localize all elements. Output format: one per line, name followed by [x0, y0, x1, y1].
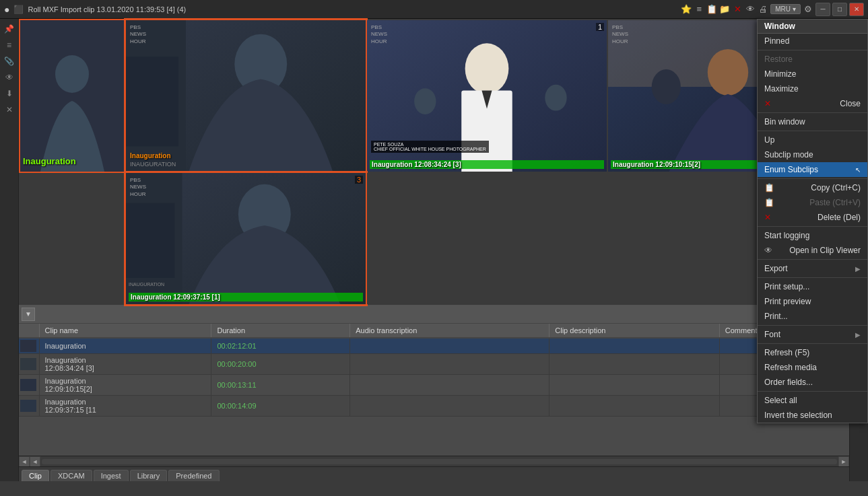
maximize-button[interactable]: □ [832, 3, 847, 16]
cm-open-clip-viewer[interactable]: 👁 Open in Clip Viewer [758, 243, 867, 258]
cm-binwindow[interactable]: Bin window [758, 114, 867, 129]
print-icon[interactable]: 🖨 [758, 4, 768, 15]
cm-sep-5 [758, 226, 867, 227]
table-row[interactable]: Inauguration 00:02:12:01 [19, 338, 849, 354]
cm-start-logging[interactable]: Start logging [758, 228, 867, 243]
cm-copy-icon: 📋 [764, 183, 774, 192]
scroll-right-button[interactable]: ► [838, 456, 849, 467]
cm-up-label: Up [764, 135, 774, 145]
cm-select-all[interactable]: Select all [758, 393, 867, 408]
tab-library[interactable]: Library [130, 470, 168, 481]
table-row[interactable]: Inauguration12:09:10:15[2] 00:00:13:11 [19, 375, 849, 396]
td-desc [549, 375, 720, 396]
table-dropdown-button[interactable]: ▼ [22, 308, 35, 321]
video-thumb-small[interactable]: Inauguration [20, 20, 125, 172]
star-icon[interactable]: ⭐ [681, 4, 692, 15]
tab-xdcam[interactable]: XDCAM [51, 470, 92, 481]
th-thumb [19, 324, 39, 338]
sidebar-menu-icon[interactable]: ≡ [2, 38, 17, 52]
td-duration: 00:00:13:11 [211, 375, 350, 396]
cm-print-setup-label: Print setup... [764, 282, 809, 291]
svg-point-9 [465, 43, 509, 94]
video-cell-main[interactable]: PBSNEWSHOUR INAUGURATION Inauguration [126, 20, 366, 172]
cm-sep-4 [758, 178, 867, 179]
scroll-right-prev-button[interactable]: ◄ [30, 456, 40, 467]
cm-subclip-mode[interactable]: Subclip mode [758, 147, 867, 162]
close-button[interactable]: ✕ [849, 3, 864, 16]
scroll-track[interactable] [42, 459, 837, 464]
video-cell-bottom[interactable]: 3 PBSNEWSHOUR INAUGURATION Inauguration … [126, 173, 366, 304]
sidebar-down-icon[interactable]: ⬇ [2, 86, 17, 101]
video-cell-3[interactable]: 1 PBSNEWSHOUR PETE SOUZACHIEF OFFICIAL W… [367, 20, 607, 172]
table-area: Clip name Duration Audio transcription C… [19, 324, 849, 456]
tab-clip[interactable]: Clip [22, 470, 49, 481]
td-duration: 00:02:12:01 [211, 338, 350, 354]
table-row[interactable]: Inauguration12:08:34:24 [3] 00:00:20:00 [19, 354, 849, 375]
cm-invert-selection[interactable]: Invert the selection [758, 408, 867, 423]
tab-predefined[interactable]: Predefined [168, 470, 219, 481]
td-desc [549, 396, 720, 417]
folder-icon[interactable]: 📁 [719, 4, 730, 15]
cm-print-preview[interactable]: Print preview [758, 294, 867, 309]
cursor-icon: ↖ [855, 166, 861, 174]
cm-sep-1 [758, 50, 867, 50]
minimize-button[interactable]: ─ [815, 3, 830, 16]
cm-print-preview-label: Print preview [764, 297, 811, 306]
inauguration-sub-bottom: INAUGURATION [129, 282, 164, 287]
video-frame-main [126, 20, 366, 172]
cm-copy-label: Copy (Ctrl+C) [811, 183, 861, 192]
delete-icon[interactable]: ✕ [732, 4, 743, 15]
app-icon: ● [4, 4, 9, 15]
cm-delete[interactable]: ✕ Delete (Del) [758, 210, 867, 225]
cm-refresh-media[interactable]: Refresh media [758, 360, 867, 375]
clipboard-icon[interactable]: 📋 [706, 4, 717, 15]
inauguration-sub-main: INAUGURATION [130, 161, 176, 168]
cm-print[interactable]: Print... [758, 309, 867, 324]
td-clipname: Inauguration [39, 338, 211, 354]
cm-invert-selection-label: Invert the selection [764, 411, 832, 420]
td-desc [549, 338, 720, 354]
menu-icon[interactable]: ≡ [694, 4, 704, 15]
sidebar-eye-icon[interactable]: 👁 [2, 70, 17, 85]
cm-close[interactable]: ✕ Close [758, 96, 867, 111]
scroll-left-button[interactable]: ◄ [19, 456, 30, 467]
eye-icon[interactable]: 👁 [745, 4, 756, 15]
cm-export[interactable]: Export ▶ [758, 261, 867, 276]
pete-souza-name: PETE SOUZACHIEF OFFICIAL WHITE HOUSE PHO… [371, 141, 489, 153]
table-row[interactable]: Inauguration12:09:37:15 [11 00:00:14:09 [19, 396, 849, 417]
svg-point-12 [545, 85, 566, 111]
mru-button[interactable]: MRU ▾ [770, 4, 801, 14]
td-audio [350, 396, 549, 417]
svg-point-16 [708, 49, 748, 96]
left-sidebar: 📌 ≡ 📎 👁 ⬇ ✕ [0, 19, 19, 481]
video-num-bottom: 3 [355, 176, 363, 184]
context-menu: Window Pinned Restore Minimize Maximize … [757, 19, 868, 423]
cm-pinned[interactable]: Pinned [758, 34, 867, 48]
cm-minimize[interactable]: Minimize [758, 67, 867, 81]
cm-refresh-f5[interactable]: Refresh (F5) [758, 345, 867, 360]
sidebar-close-icon[interactable]: ✕ [2, 102, 17, 117]
cm-font[interactable]: Font ▶ [758, 327, 867, 342]
td-thumb [19, 396, 39, 417]
cm-pinned-label: Pinned [764, 36, 789, 46]
settings-icon[interactable]: ⚙ [803, 4, 813, 15]
cm-enum-subclips[interactable]: Enum Subclips ↖ [758, 162, 867, 177]
video-cell-empty-1 [367, 173, 607, 304]
cm-font-arrow: ▶ [855, 331, 861, 339]
tab-ingest[interactable]: Ingest [94, 470, 129, 481]
cm-up[interactable]: Up [758, 133, 867, 147]
td-duration: 00:00:14:09 [211, 396, 350, 417]
cm-order-fields[interactable]: Order fields... [758, 375, 867, 390]
cm-print-setup[interactable]: Print setup... [758, 279, 867, 294]
window-icon: ⬛ [13, 5, 24, 14]
td-thumb [19, 375, 39, 396]
sidebar-clip-icon[interactable]: 📎 [2, 54, 17, 69]
cm-open-clip-viewer-label: Open in Clip Viewer [789, 246, 861, 255]
sidebar-pin-icon[interactable]: 📌 [2, 22, 17, 36]
td-thumb [19, 354, 39, 375]
cm-maximize[interactable]: Maximize [758, 81, 867, 96]
cm-delete-icon: ✕ [764, 213, 771, 222]
content-area: Inauguration [19, 19, 849, 481]
cm-copy[interactable]: 📋 Copy (Ctrl+C) [758, 180, 867, 195]
cm-sep-10 [758, 391, 867, 392]
